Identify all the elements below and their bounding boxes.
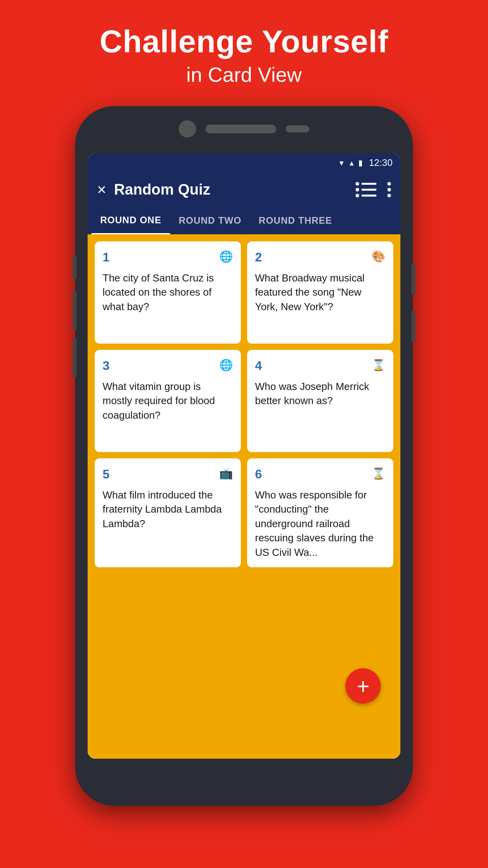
question-card-4[interactable]: 4 Who was Joseph Merrick better known as… [247,350,393,452]
card-question-4: Who was Joseph Merrick better known as? [255,379,385,408]
status-icons: 12:30 [338,157,393,168]
card-number-4: 4 [255,359,262,373]
question-card-6[interactable]: 6 Who was responsible for "conducting" t… [247,458,393,567]
question-card-3[interactable]: 3 What vitamin group is mostly required … [95,350,241,452]
bio-icon-6 [372,467,385,480]
app-bar-icons [356,182,391,197]
tab-bar: ROUND ONE ROUND TWO ROUND THREE [88,207,400,234]
side-button-right-top [411,263,415,295]
promo-subtitle: in Card View [99,63,388,86]
speaker-small [286,125,309,132]
question-card-5[interactable]: 5 What film introduced the fraternity La… [95,458,241,567]
palette-icon-2 [372,250,385,263]
card-question-5: What film introduced the fraternity Lamb… [103,488,233,531]
status-bar: 12:30 [88,153,400,172]
close-button[interactable]: × [97,181,106,199]
card-question-1: The city of Santa Cruz is located on the… [103,271,233,314]
card-question-3: What vitamin group is mostly required fo… [103,379,233,422]
card-number-6: 6 [255,467,262,482]
tab-round-three[interactable]: ROUND THREE [250,207,341,234]
globe-icon-3 [219,359,233,371]
card-number-5: 5 [103,467,110,482]
camera [179,120,196,138]
status-time: 12:30 [369,157,393,168]
more-options-icon[interactable] [387,182,391,197]
promo-title: Challenge Yourself [99,24,388,60]
side-button-left-mid [73,291,77,330]
card-question-6: Who was responsible for "conducting" the… [255,488,385,559]
card-number-1: 1 [103,250,110,265]
side-button-left-top [73,256,77,279]
phone-top-elements [75,120,413,138]
signal-icon [348,158,355,168]
question-card-2[interactable]: 2 What Broadway musical featured the son… [247,241,393,344]
film-icon-5 [219,467,233,480]
add-button[interactable]: + [345,668,381,704]
app-title: Random Quiz [114,181,356,198]
side-button-right-bottom [411,311,415,342]
speaker [205,125,276,133]
phone-screen: 12:30 × Random Quiz [88,153,400,759]
wifi-icon [338,158,345,168]
bio-icon-4 [372,359,385,371]
phone-shell: 12:30 × Random Quiz [75,106,413,806]
tab-round-one[interactable]: ROUND ONE [92,207,170,234]
globe-icon-1 [219,250,233,263]
card-number-3: 3 [103,359,110,373]
list-view-icon[interactable] [356,182,376,197]
promo-header: Challenge Yourself in Card View [99,24,388,86]
question-card-1[interactable]: 1 The city of Santa Cruz is located on t… [95,241,241,344]
battery-icon [358,158,363,168]
card-question-2: What Broadway musical featured the song … [255,271,385,314]
side-button-left-bottom [73,338,77,377]
app-bar: × Random Quiz [88,172,400,207]
tab-round-two[interactable]: ROUND TWO [170,207,250,234]
card-number-2: 2 [255,250,262,265]
